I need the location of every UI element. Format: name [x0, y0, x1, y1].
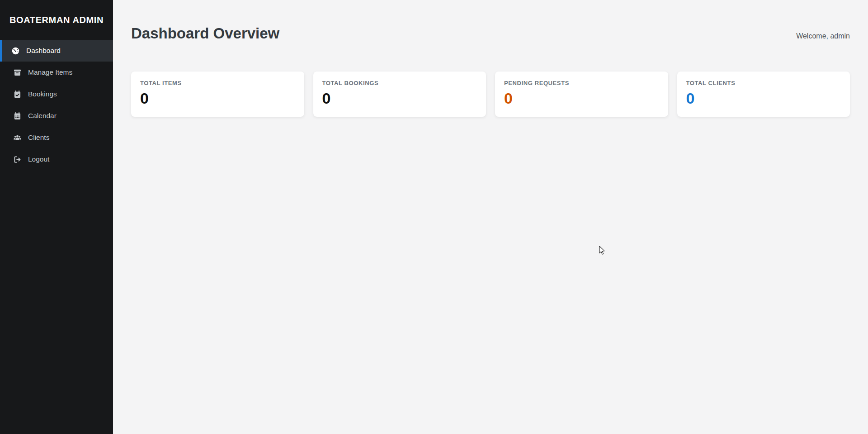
topbar: Dashboard Overview Welcome, admin: [131, 24, 850, 43]
main-content: Dashboard Overview Welcome, admin TOTAL …: [113, 0, 868, 434]
sidebar-item-calendar[interactable]: Calendar: [0, 105, 113, 127]
welcome-text: Welcome, admin: [796, 32, 850, 40]
sidebar-item-clients[interactable]: Clients: [0, 127, 113, 148]
stat-card-label: PENDING REQUESTS: [504, 80, 659, 87]
sidebar-item-label: Clients: [28, 134, 49, 142]
box-archive-icon: [13, 68, 21, 76]
sidebar-item-manage-items[interactable]: Manage Items: [0, 62, 113, 83]
stat-card-total-items: TOTAL ITEMS 0: [131, 72, 304, 117]
stat-card-value: 0: [686, 89, 841, 108]
calendar-check-icon: [13, 90, 21, 98]
stat-card-pending-requests: PENDING REQUESTS 0: [495, 72, 668, 117]
stat-card-label: TOTAL BOOKINGS: [322, 80, 477, 87]
sidebar-item-label: Calendar: [28, 112, 57, 120]
sidebar-item-logout[interactable]: Logout: [0, 148, 113, 170]
stat-card-label: TOTAL ITEMS: [140, 80, 295, 87]
logout-icon: [13, 155, 21, 163]
stat-card-total-bookings: TOTAL BOOKINGS 0: [313, 72, 486, 117]
stat-card-total-clients: TOTAL CLIENTS 0: [677, 72, 850, 117]
tachometer-icon: [11, 47, 19, 55]
stat-cards: TOTAL ITEMS 0 TOTAL BOOKINGS 0 PENDING R…: [131, 72, 850, 117]
sidebar-item-label: Logout: [28, 155, 49, 163]
app-brand: BOATERMAN ADMIN: [0, 0, 113, 40]
stat-card-value: 0: [322, 89, 477, 108]
sidebar-item-dashboard[interactable]: Dashboard: [0, 40, 113, 62]
stat-card-value: 0: [504, 89, 659, 108]
sidebar: BOATERMAN ADMIN Dashboard Manage Items B…: [0, 0, 113, 434]
sidebar-item-label: Dashboard: [26, 47, 61, 55]
sidebar-item-label: Bookings: [28, 90, 57, 98]
page-title: Dashboard Overview: [131, 24, 279, 43]
sidebar-item-label: Manage Items: [28, 68, 72, 76]
calendar-days-icon: [13, 112, 21, 120]
users-icon: [13, 134, 21, 142]
stat-card-label: TOTAL CLIENTS: [686, 80, 841, 87]
stat-card-value: 0: [140, 89, 295, 108]
sidebar-nav: Dashboard Manage Items Bookings Calendar: [0, 40, 113, 170]
sidebar-item-bookings[interactable]: Bookings: [0, 83, 113, 105]
